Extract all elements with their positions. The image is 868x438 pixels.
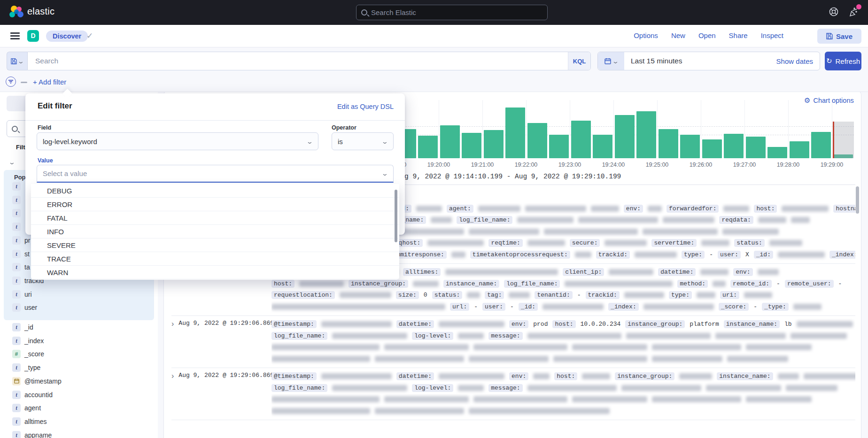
field-chip: log_file_name: — [457, 216, 512, 224]
field-name: _id — [24, 323, 33, 331]
app-toolbar: D Discover ✓ OptionsNewOpenShareInspect … — [0, 25, 868, 47]
value-option-trace[interactable]: TRACE — [31, 252, 399, 266]
notifications-icon[interactable] — [848, 7, 860, 18]
redacted-value — [467, 292, 480, 298]
field-select[interactable]: log-level.keyword ⌄ — [37, 132, 318, 150]
histogram-bar[interactable] — [615, 115, 635, 158]
toolbar-link-new[interactable]: New — [671, 31, 685, 39]
sidebar-field-user[interactable]: tuser — [0, 301, 158, 314]
chevron-down-icon: ⌄ — [612, 58, 619, 65]
toolbar-link-options[interactable]: Options — [634, 31, 658, 39]
field-chip: uri: — [720, 291, 739, 299]
redacted-value — [626, 333, 711, 339]
histogram-bar[interactable] — [440, 125, 460, 158]
histogram-bar[interactable] — [680, 135, 700, 158]
expand-chevron-icon[interactable]: › — [171, 320, 174, 328]
table-scrollbar[interactable] — [856, 186, 859, 214]
space-avatar[interactable]: D — [27, 30, 39, 42]
histogram-bar[interactable] — [811, 132, 831, 158]
redacted-value — [445, 269, 558, 275]
edit-as-query-dsl-link[interactable]: Edit as Query DSL — [337, 103, 394, 110]
sidebar-field-_index[interactable]: t_index — [0, 334, 158, 347]
redacted-value — [458, 333, 484, 339]
dropdown-scrollbar[interactable] — [395, 190, 397, 242]
expand-chevron-icon[interactable]: › — [171, 372, 174, 380]
histogram-bar[interactable] — [767, 147, 787, 158]
sidebar-field-_score[interactable]: #_score — [0, 347, 158, 361]
toolbar-link-open[interactable]: Open — [698, 31, 716, 39]
toolbar-link-share[interactable]: Share — [729, 31, 748, 39]
histogram-bar[interactable] — [724, 134, 744, 158]
global-search-input[interactable]: Search Elastic — [356, 5, 548, 20]
saved-query-menu-button[interactable]: ⌄ — [7, 52, 27, 70]
histogram-bar[interactable] — [571, 121, 591, 158]
doc-field-line: log_file_name:log-level:message: — [271, 330, 855, 342]
table-row: ›Aug 9, 2022 @ 19:29:06.869@timestamp:da… — [171, 368, 855, 420]
value-option-info[interactable]: INFO — [31, 225, 399, 238]
sidebar-field-_type[interactable]: t_type — [0, 361, 158, 374]
redacted-value — [663, 217, 714, 223]
text-field-icon: t — [12, 182, 21, 191]
sidebar-field-uri[interactable]: turi — [0, 288, 158, 301]
value-combobox[interactable]: Select a value ⌄ — [37, 165, 394, 183]
breadcrumb[interactable]: Discover — [46, 31, 88, 42]
histogram-bar[interactable] — [484, 130, 504, 158]
sidebar-field-alltimes[interactable]: talltimes — [0, 415, 158, 428]
help-icon[interactable] — [829, 7, 839, 17]
text-field-icon: t — [12, 236, 21, 245]
histogram-bar[interactable] — [527, 123, 547, 158]
field-chip: trackid: — [596, 251, 630, 259]
field-chip: env: — [624, 205, 643, 213]
value-option-debug[interactable]: DEBUG — [31, 184, 399, 198]
text-field-icon: t — [12, 404, 21, 412]
kql-search-input[interactable]: Search KQL — [27, 52, 591, 70]
menu-icon[interactable] — [10, 32, 20, 39]
value-label: Value — [38, 157, 53, 164]
redacted-value — [746, 344, 812, 350]
sidebar-field-appname[interactable]: tappname — [0, 429, 158, 438]
kql-badge[interactable]: KQL — [568, 52, 590, 70]
sidebar-field-@timestamp[interactable]: @timestamp — [0, 375, 158, 388]
text-field-icon: t — [12, 303, 21, 312]
sidebar-field-agent[interactable]: tagent — [0, 401, 158, 415]
save-button[interactable]: Save — [817, 29, 861, 44]
value-option-severe[interactable]: SEVERE — [31, 238, 399, 252]
chevron-down-icon[interactable]: ⌄ — [8, 159, 16, 166]
field-chip: tenantid: — [535, 291, 572, 299]
field-chip: instance_group: — [625, 320, 685, 328]
sidebar-field-accountid[interactable]: taccountid — [0, 388, 158, 401]
field-chip: secure: — [570, 239, 600, 247]
histogram-bar[interactable] — [549, 135, 569, 158]
v-gridline — [613, 100, 614, 158]
sidebar-field-_id[interactable]: t_id — [0, 321, 158, 334]
toolbar-link-inspect[interactable]: Inspect — [761, 31, 783, 39]
redacted-value — [458, 385, 484, 391]
date-quick-select-button[interactable]: ⌄ — [598, 52, 624, 70]
value-option-error[interactable]: ERROR — [31, 198, 399, 211]
time-range-value[interactable]: Last 15 minutes — [624, 57, 776, 65]
save-disk-icon — [11, 58, 17, 64]
histogram-bar[interactable] — [505, 108, 525, 158]
histogram-bar[interactable] — [702, 139, 722, 158]
doc-timestamp: Aug 9, 2022 @ 19:29:06.869 — [178, 372, 274, 379]
chevron-down-icon: ⌄ — [306, 138, 313, 145]
histogram-bar[interactable] — [636, 111, 656, 158]
histogram-bar[interactable] — [790, 141, 809, 158]
histogram-bar[interactable] — [593, 135, 612, 158]
chart-options-link[interactable]: ⚙ Chart options — [804, 96, 854, 105]
histogram-bar[interactable] — [418, 136, 438, 158]
histogram-bar[interactable] — [746, 137, 766, 158]
show-dates-link[interactable]: Show dates — [776, 57, 820, 65]
field-name: ta — [24, 263, 30, 271]
refresh-button[interactable]: ↻ Refresh — [825, 52, 861, 70]
histogram-bar[interactable] — [659, 129, 678, 158]
histogram-bar[interactable] — [462, 133, 481, 158]
filter-menu-icon[interactable] — [6, 77, 16, 87]
value-option-fatal[interactable]: FATAL — [31, 211, 399, 225]
field-name: appname — [24, 431, 52, 438]
value-option-warn[interactable]: WARN — [31, 266, 399, 279]
redacted-value — [758, 269, 779, 275]
operator-select[interactable]: is ⌄ — [332, 132, 394, 150]
add-filter-link[interactable]: + Add filter — [33, 78, 66, 86]
text-field-icon: t — [12, 250, 21, 258]
